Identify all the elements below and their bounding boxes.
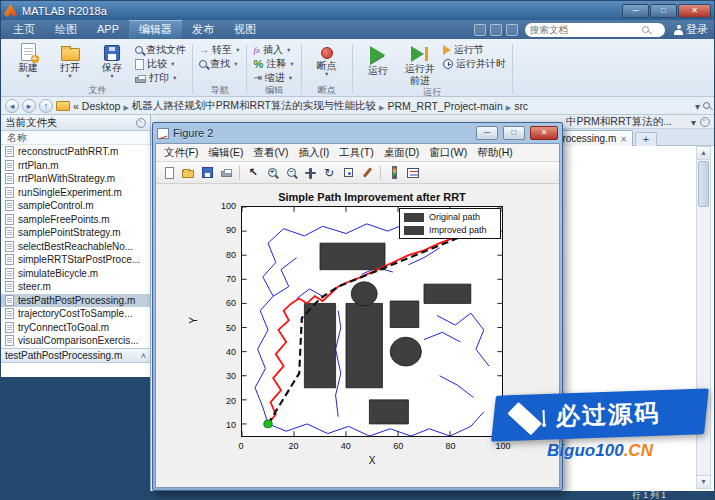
data-cursor-icon[interactable] — [339, 164, 357, 182]
indent-button[interactable]: ⇥ 缩进 — [253, 72, 294, 84]
open-button[interactable]: 打开 — [49, 41, 91, 79]
toolstrip-tab-bar: 主页 绘图 APP 编辑器 发布 视图 登录 — [1, 20, 714, 39]
close-button[interactable] — [678, 4, 711, 18]
tab-home[interactable]: 主页 — [3, 20, 45, 39]
run-button[interactable]: 运行 — [357, 41, 399, 76]
file-list-item[interactable]: runSingleExperiment.m — [1, 186, 150, 200]
toolbar-separator — [239, 166, 240, 180]
tab-editor[interactable]: 编辑器 — [129, 20, 182, 39]
save-button[interactable]: 保存 — [91, 41, 133, 79]
breadcrumb-search-icon[interactable] — [703, 102, 710, 109]
file-list-item[interactable]: sampleFreePoints.m — [1, 213, 150, 227]
quick-access-icon-3[interactable] — [506, 24, 518, 36]
new-button[interactable]: + 新建 — [7, 41, 49, 79]
scroll-down-icon[interactable]: ▼ — [697, 475, 710, 488]
figure-maximize-button[interactable] — [503, 126, 525, 140]
file-list-item[interactable]: rrtPlanWithStrategy.m — [1, 172, 150, 186]
file-list-item[interactable]: rrtPlan.m — [1, 159, 150, 173]
insert-button[interactable]: fx 插入 — [253, 44, 294, 56]
forward-button[interactable] — [22, 99, 36, 113]
file-list-item[interactable]: samplePointStrategy.m — [1, 226, 150, 240]
file-list-item[interactable]: sampleControl.m — [1, 199, 150, 213]
find-button[interactable]: 查找 — [199, 58, 240, 70]
run-and-advance-button[interactable]: 运行并 前进 — [399, 41, 441, 86]
scroll-up-icon[interactable]: ▲ — [697, 147, 710, 160]
new-figure-icon[interactable] — [160, 164, 178, 182]
group-label-file: 文件 — [7, 84, 188, 96]
print-button[interactable]: 打印 — [135, 72, 186, 84]
file-list-item[interactable]: simulateBicycle.m — [1, 267, 150, 281]
file-list-item[interactable]: reconstructPathRRT.m — [1, 145, 150, 159]
pan-icon[interactable] — [301, 164, 319, 182]
breadcrumb-item-repo[interactable]: PRM_RRT_Project-main — [387, 100, 502, 112]
file-list-item[interactable]: selectBestReachableNo... — [1, 240, 150, 254]
name-column-header[interactable]: 名称 — [1, 131, 150, 145]
figure-close-button[interactable] — [530, 126, 558, 140]
menu-insert[interactable]: 插入(I) — [293, 146, 334, 160]
zoom-in-icon[interactable]: + — [263, 164, 281, 182]
edit-plot-icon[interactable]: ↖ — [244, 164, 262, 182]
doc-search-box[interactable] — [525, 23, 665, 37]
zoom-out-icon[interactable]: − — [282, 164, 300, 182]
menu-window[interactable]: 窗口(W) — [424, 146, 472, 160]
file-list-item[interactable]: steer.m — [1, 280, 150, 294]
sign-in-button[interactable]: 登录 — [674, 22, 708, 37]
menu-tools[interactable]: 工具(T) — [334, 146, 378, 160]
quick-access-icon-1[interactable] — [474, 24, 486, 36]
open-file-icon[interactable] — [179, 164, 197, 182]
new-document-tab[interactable]: + — [635, 132, 657, 146]
tab-view[interactable]: 视图 — [224, 20, 266, 39]
rotate-3d-icon[interactable]: ↻ — [320, 164, 338, 182]
file-list-item-selected[interactable]: testPathPostProcessing.m — [1, 294, 150, 308]
menu-desktop[interactable]: 桌面(D) — [379, 146, 425, 160]
goto-button[interactable]: → 转至 — [199, 44, 240, 56]
figure-title-bar[interactable]: Figure 2 — [155, 123, 560, 143]
back-button[interactable] — [5, 99, 19, 113]
comment-button[interactable]: % 注释 — [253, 58, 294, 70]
tab-apps[interactable]: APP — [87, 20, 129, 39]
brush-icon[interactable] — [358, 164, 376, 182]
up-folder-button[interactable] — [39, 99, 53, 113]
tab-publish[interactable]: 发布 — [182, 20, 224, 39]
figure-minimize-button[interactable] — [476, 126, 498, 140]
search-icon[interactable] — [642, 26, 649, 33]
plot-legend[interactable]: Original path Improved path — [399, 208, 501, 239]
menu-edit[interactable]: 编辑(E) — [203, 146, 248, 160]
details-panel-header[interactable]: testPathPostProcessing.m — [1, 348, 150, 363]
path-dropdown-icon[interactable] — [691, 116, 696, 128]
breadcrumb-item-project[interactable]: 机器人路径规划中PRM和RRT算法的实现与性能比较 — [132, 99, 376, 113]
file-list-item[interactable]: trajectoryCostToSample... — [1, 307, 150, 321]
breadcrumb-item-desktop[interactable]: Desktop — [82, 100, 121, 112]
file-list-item[interactable]: visualComparisonExercis... — [1, 334, 150, 348]
quick-access-icon-2[interactable] — [490, 24, 502, 36]
matlab-window: MATLAB R2018a 主页 绘图 APP 编辑器 发布 视图 登录 + — [0, 0, 715, 500]
editor-panel-menu-icon[interactable] — [700, 117, 710, 127]
plot-axes[interactable] — [241, 206, 503, 437]
browse-folder-icon[interactable] — [56, 101, 70, 111]
breadcrumb-item-src[interactable]: src — [514, 100, 528, 112]
breakpoints-button[interactable]: 断点 — [306, 41, 348, 77]
maximize-button[interactable] — [650, 4, 677, 18]
run-and-time-button[interactable]: 运行并计时 — [443, 58, 506, 70]
breadcrumb-collapse[interactable]: « — [73, 100, 79, 112]
find-files-button[interactable]: 查找文件 — [135, 44, 186, 56]
tab-plots[interactable]: 绘图 — [45, 20, 87, 39]
breadcrumb-dropdown-icon[interactable] — [695, 100, 700, 112]
file-list-item[interactable]: simpleRRTStarPostProce... — [1, 253, 150, 267]
insert-colorbar-icon[interactable] — [385, 164, 403, 182]
collapse-icon[interactable] — [141, 350, 146, 361]
save-figure-icon[interactable] — [198, 164, 216, 182]
file-list-item[interactable]: tryConnectToGoal.m — [1, 321, 150, 335]
compare-button[interactable]: 比较 — [135, 58, 186, 70]
scrollbar-thumb[interactable] — [698, 161, 709, 207]
close-tab-icon[interactable] — [620, 133, 627, 144]
menu-file[interactable]: 文件(F) — [159, 146, 203, 160]
doc-search-input[interactable] — [530, 24, 642, 35]
run-section-button[interactable]: 运行节 — [443, 44, 506, 56]
print-figure-icon[interactable] — [217, 164, 235, 182]
menu-view[interactable]: 查看(V) — [248, 146, 293, 160]
panel-menu-icon[interactable] — [136, 118, 146, 128]
menu-help[interactable]: 帮助(H) — [472, 146, 518, 160]
insert-legend-icon[interactable] — [404, 164, 422, 182]
minimize-button[interactable] — [622, 4, 649, 18]
